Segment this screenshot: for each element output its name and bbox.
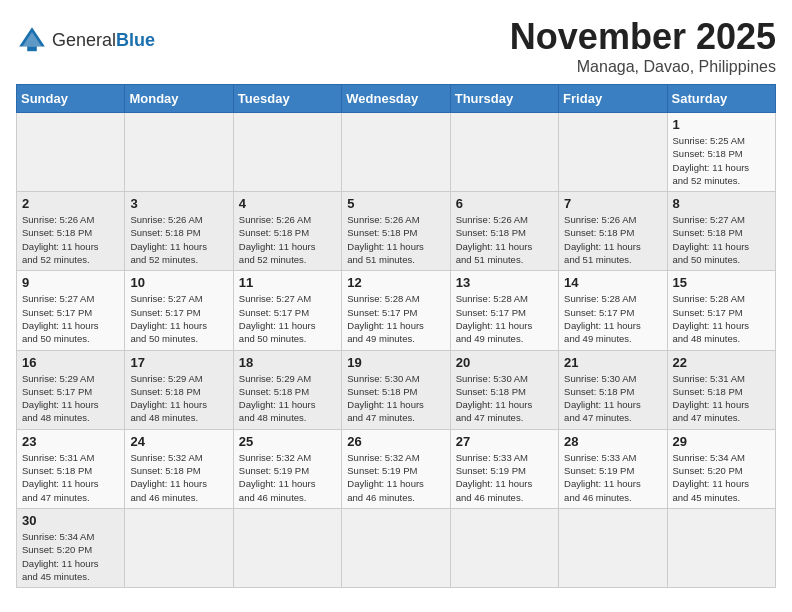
logo-icon — [16, 24, 48, 56]
calendar-cell: 4Sunrise: 5:26 AMSunset: 5:18 PMDaylight… — [233, 192, 341, 271]
day-number: 16 — [22, 355, 119, 370]
day-number: 21 — [564, 355, 661, 370]
day-info: Sunrise: 5:26 AMSunset: 5:18 PMDaylight:… — [22, 213, 119, 266]
day-number: 18 — [239, 355, 336, 370]
calendar-week-3: 16Sunrise: 5:29 AMSunset: 5:17 PMDayligh… — [17, 350, 776, 429]
day-info: Sunrise: 5:26 AMSunset: 5:18 PMDaylight:… — [130, 213, 227, 266]
calendar-week-2: 9Sunrise: 5:27 AMSunset: 5:17 PMDaylight… — [17, 271, 776, 350]
day-number: 15 — [673, 275, 770, 290]
svg-rect-2 — [27, 46, 37, 51]
calendar-cell: 15Sunrise: 5:28 AMSunset: 5:17 PMDayligh… — [667, 271, 775, 350]
calendar-cell — [125, 508, 233, 587]
calendar-cell: 30Sunrise: 5:34 AMSunset: 5:20 PMDayligh… — [17, 508, 125, 587]
weekday-header-monday: Monday — [125, 85, 233, 113]
header: GeneralBlue November 2025 Managa, Davao,… — [16, 16, 776, 76]
calendar-week-5: 30Sunrise: 5:34 AMSunset: 5:20 PMDayligh… — [17, 508, 776, 587]
day-info: Sunrise: 5:31 AMSunset: 5:18 PMDaylight:… — [673, 372, 770, 425]
day-info: Sunrise: 5:34 AMSunset: 5:20 PMDaylight:… — [22, 530, 119, 583]
day-info: Sunrise: 5:30 AMSunset: 5:18 PMDaylight:… — [347, 372, 444, 425]
calendar-cell: 9Sunrise: 5:27 AMSunset: 5:17 PMDaylight… — [17, 271, 125, 350]
calendar-cell — [342, 508, 450, 587]
day-number: 10 — [130, 275, 227, 290]
day-number: 22 — [673, 355, 770, 370]
weekday-header-thursday: Thursday — [450, 85, 558, 113]
weekday-header-saturday: Saturday — [667, 85, 775, 113]
day-number: 17 — [130, 355, 227, 370]
logo-general: General — [52, 30, 116, 50]
day-info: Sunrise: 5:28 AMSunset: 5:17 PMDaylight:… — [456, 292, 553, 345]
day-info: Sunrise: 5:25 AMSunset: 5:18 PMDaylight:… — [673, 134, 770, 187]
calendar-cell — [233, 113, 341, 192]
calendar-cell: 28Sunrise: 5:33 AMSunset: 5:19 PMDayligh… — [559, 429, 667, 508]
day-info: Sunrise: 5:26 AMSunset: 5:18 PMDaylight:… — [347, 213, 444, 266]
calendar-cell: 6Sunrise: 5:26 AMSunset: 5:18 PMDaylight… — [450, 192, 558, 271]
calendar-week-1: 2Sunrise: 5:26 AMSunset: 5:18 PMDaylight… — [17, 192, 776, 271]
calendar-cell: 8Sunrise: 5:27 AMSunset: 5:18 PMDaylight… — [667, 192, 775, 271]
calendar-cell: 23Sunrise: 5:31 AMSunset: 5:18 PMDayligh… — [17, 429, 125, 508]
calendar-cell: 26Sunrise: 5:32 AMSunset: 5:19 PMDayligh… — [342, 429, 450, 508]
calendar-cell: 29Sunrise: 5:34 AMSunset: 5:20 PMDayligh… — [667, 429, 775, 508]
calendar-cell: 22Sunrise: 5:31 AMSunset: 5:18 PMDayligh… — [667, 350, 775, 429]
calendar-cell: 24Sunrise: 5:32 AMSunset: 5:18 PMDayligh… — [125, 429, 233, 508]
day-number: 26 — [347, 434, 444, 449]
calendar-cell: 21Sunrise: 5:30 AMSunset: 5:18 PMDayligh… — [559, 350, 667, 429]
day-number: 28 — [564, 434, 661, 449]
calendar-cell: 17Sunrise: 5:29 AMSunset: 5:18 PMDayligh… — [125, 350, 233, 429]
day-number: 11 — [239, 275, 336, 290]
calendar-cell — [342, 113, 450, 192]
calendar-cell — [559, 113, 667, 192]
day-number: 19 — [347, 355, 444, 370]
weekday-header-wednesday: Wednesday — [342, 85, 450, 113]
calendar-cell: 25Sunrise: 5:32 AMSunset: 5:19 PMDayligh… — [233, 429, 341, 508]
calendar-cell: 7Sunrise: 5:26 AMSunset: 5:18 PMDaylight… — [559, 192, 667, 271]
logo-blue: Blue — [116, 30, 155, 50]
weekday-header-friday: Friday — [559, 85, 667, 113]
calendar-cell: 3Sunrise: 5:26 AMSunset: 5:18 PMDaylight… — [125, 192, 233, 271]
day-number: 5 — [347, 196, 444, 211]
day-info: Sunrise: 5:26 AMSunset: 5:18 PMDaylight:… — [239, 213, 336, 266]
calendar-cell — [559, 508, 667, 587]
day-number: 2 — [22, 196, 119, 211]
day-info: Sunrise: 5:33 AMSunset: 5:19 PMDaylight:… — [456, 451, 553, 504]
month-title: November 2025 — [510, 16, 776, 58]
day-number: 8 — [673, 196, 770, 211]
day-info: Sunrise: 5:30 AMSunset: 5:18 PMDaylight:… — [456, 372, 553, 425]
day-info: Sunrise: 5:27 AMSunset: 5:17 PMDaylight:… — [130, 292, 227, 345]
location-title: Managa, Davao, Philippines — [510, 58, 776, 76]
day-info: Sunrise: 5:26 AMSunset: 5:18 PMDaylight:… — [564, 213, 661, 266]
day-number: 27 — [456, 434, 553, 449]
calendar-cell: 13Sunrise: 5:28 AMSunset: 5:17 PMDayligh… — [450, 271, 558, 350]
weekday-header-row: SundayMondayTuesdayWednesdayThursdayFrid… — [17, 85, 776, 113]
day-info: Sunrise: 5:28 AMSunset: 5:17 PMDaylight:… — [347, 292, 444, 345]
calendar-cell: 16Sunrise: 5:29 AMSunset: 5:17 PMDayligh… — [17, 350, 125, 429]
day-number: 20 — [456, 355, 553, 370]
calendar-body: 1Sunrise: 5:25 AMSunset: 5:18 PMDaylight… — [17, 113, 776, 588]
day-number: 6 — [456, 196, 553, 211]
logo-text: GeneralBlue — [52, 30, 155, 51]
calendar-cell — [17, 113, 125, 192]
day-info: Sunrise: 5:28 AMSunset: 5:17 PMDaylight:… — [673, 292, 770, 345]
calendar-cell: 20Sunrise: 5:30 AMSunset: 5:18 PMDayligh… — [450, 350, 558, 429]
calendar-cell: 14Sunrise: 5:28 AMSunset: 5:17 PMDayligh… — [559, 271, 667, 350]
day-number: 9 — [22, 275, 119, 290]
day-number: 13 — [456, 275, 553, 290]
calendar-cell: 2Sunrise: 5:26 AMSunset: 5:18 PMDaylight… — [17, 192, 125, 271]
day-number: 30 — [22, 513, 119, 528]
calendar-cell — [450, 508, 558, 587]
weekday-header-sunday: Sunday — [17, 85, 125, 113]
day-info: Sunrise: 5:34 AMSunset: 5:20 PMDaylight:… — [673, 451, 770, 504]
day-number: 4 — [239, 196, 336, 211]
day-number: 14 — [564, 275, 661, 290]
day-info: Sunrise: 5:32 AMSunset: 5:18 PMDaylight:… — [130, 451, 227, 504]
calendar-cell: 1Sunrise: 5:25 AMSunset: 5:18 PMDaylight… — [667, 113, 775, 192]
day-info: Sunrise: 5:29 AMSunset: 5:18 PMDaylight:… — [130, 372, 227, 425]
calendar: SundayMondayTuesdayWednesdayThursdayFrid… — [16, 84, 776, 588]
calendar-cell — [233, 508, 341, 587]
calendar-cell — [667, 508, 775, 587]
calendar-week-4: 23Sunrise: 5:31 AMSunset: 5:18 PMDayligh… — [17, 429, 776, 508]
calendar-cell: 12Sunrise: 5:28 AMSunset: 5:17 PMDayligh… — [342, 271, 450, 350]
day-number: 3 — [130, 196, 227, 211]
day-info: Sunrise: 5:29 AMSunset: 5:18 PMDaylight:… — [239, 372, 336, 425]
calendar-cell: 27Sunrise: 5:33 AMSunset: 5:19 PMDayligh… — [450, 429, 558, 508]
calendar-cell: 11Sunrise: 5:27 AMSunset: 5:17 PMDayligh… — [233, 271, 341, 350]
